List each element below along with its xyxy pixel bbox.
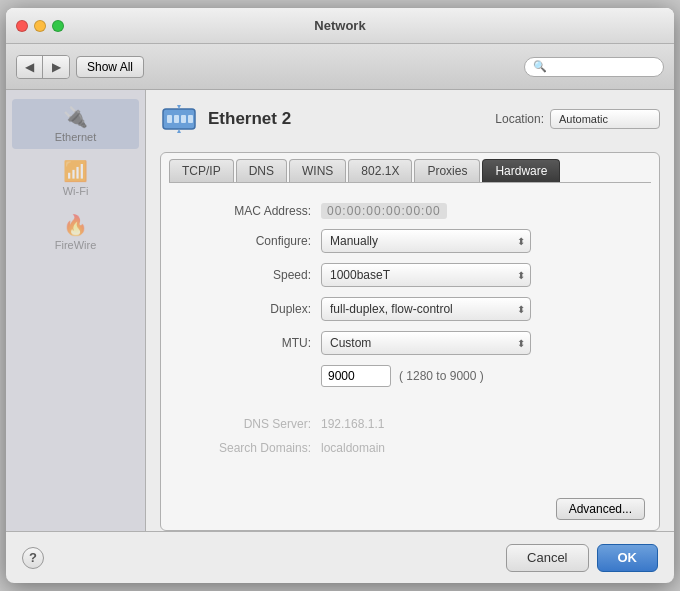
tab-8021x[interactable]: 802.1X (348, 159, 412, 182)
close-button[interactable] (16, 20, 28, 32)
location-select[interactable]: Automatic (550, 109, 660, 129)
search-domains-value: localdomain (321, 441, 385, 455)
mtu-input[interactable] (321, 365, 391, 387)
device-icon (160, 100, 198, 138)
speed-select[interactable]: 1000baseT 100baseTX 10baseT (321, 263, 531, 287)
forward-button[interactable]: ▶ (43, 56, 69, 78)
sidebar-item-label: FireWire (55, 239, 97, 251)
ok-button[interactable]: OK (597, 544, 659, 572)
location-row: Location: Automatic (495, 109, 660, 129)
ethernet-device-icon (161, 101, 197, 137)
traffic-lights (16, 20, 64, 32)
tab-wins[interactable]: WINS (289, 159, 346, 182)
duplex-label: Duplex: (191, 302, 321, 316)
greyed-section: DNS Server: 192.168.1.1 Search Domains: … (191, 417, 629, 465)
sidebar-item-label: Ethernet (55, 131, 97, 143)
speed-select-wrap: 1000baseT 100baseTX 10baseT ⬍ (321, 263, 531, 287)
tab-proxies[interactable]: Proxies (414, 159, 480, 182)
duplex-select[interactable]: full-duplex, flow-control full-duplex ha… (321, 297, 531, 321)
configure-select[interactable]: Manually Automatically (321, 229, 531, 253)
panel-body: MAC Address: 00:00:00:00:00:00 Configure… (161, 183, 659, 530)
show-all-button[interactable]: Show All (76, 56, 144, 78)
speed-label: Speed: (191, 268, 321, 282)
toolbar: ◀ ▶ Show All 🔍 (6, 44, 674, 90)
configure-row: Configure: Manually Automatically ⬍ (191, 229, 629, 253)
main-panel-area: Ethernet 2 Location: Automatic TCP/IP DN… (146, 90, 674, 531)
speed-row: Speed: 1000baseT 100baseTX 10baseT ⬍ (191, 263, 629, 287)
mtu-input-group: ( 1280 to 9000 ) (321, 365, 484, 387)
sidebar: 🔌 Ethernet 📶 Wi-Fi 🔥 FireWire (6, 90, 146, 531)
dns-server-value: 192.168.1.1 (321, 417, 384, 431)
search-icon: 🔍 (533, 60, 547, 73)
minimize-button[interactable] (34, 20, 46, 32)
tab-hardware[interactable]: Hardware (482, 159, 560, 182)
svg-rect-2 (174, 115, 179, 123)
mtu-label: MTU: (191, 336, 321, 350)
search-domains-label: Search Domains: (191, 441, 321, 455)
mtu-input-row: ( 1280 to 9000 ) (321, 365, 629, 387)
advanced-button[interactable]: Advanced... (556, 498, 645, 520)
search-domains-row: Search Domains: localdomain (191, 441, 629, 455)
svg-rect-4 (188, 115, 193, 123)
mtu-select-wrap: Custom Standard (1500) Jumbo (9000) ⬍ (321, 331, 531, 355)
mac-label: MAC Address: (191, 204, 321, 218)
search-box[interactable]: 🔍 (524, 57, 664, 77)
window: Network ◀ ▶ Show All 🔍 🔌 Ethernet 📶 Wi-F… (6, 8, 674, 583)
mtu-row: MTU: Custom Standard (1500) Jumbo (9000)… (191, 331, 629, 355)
configure-label: Configure: (191, 234, 321, 248)
back-button[interactable]: ◀ (17, 56, 43, 78)
window-title: Network (314, 18, 365, 33)
sidebar-item-label: Wi-Fi (63, 185, 89, 197)
main-area: 🔌 Ethernet 📶 Wi-Fi 🔥 FireWire (6, 90, 674, 531)
configure-select-wrap: Manually Automatically ⬍ (321, 229, 531, 253)
nav-button-group: ◀ ▶ (16, 55, 70, 79)
cancel-button[interactable]: Cancel (506, 544, 588, 572)
help-button[interactable]: ? (22, 547, 44, 569)
svg-rect-3 (181, 115, 186, 123)
ethernet-icon: 🔌 (63, 105, 88, 129)
mtu-hint: ( 1280 to 9000 ) (399, 369, 484, 383)
duplex-row: Duplex: full-duplex, flow-control full-d… (191, 297, 629, 321)
advanced-row: Advanced... (556, 498, 645, 520)
location-label: Location: (495, 112, 544, 126)
main-panel: TCP/IP DNS WINS 802.1X Proxies Hardware … (160, 152, 660, 531)
sidebar-item-ethernet[interactable]: 🔌 Ethernet (12, 99, 139, 149)
svg-rect-1 (167, 115, 172, 123)
device-header: Ethernet 2 Location: Automatic (146, 90, 674, 144)
bottombar: ? Cancel OK (6, 531, 674, 583)
dns-server-label: DNS Server: (191, 417, 321, 431)
mac-row: MAC Address: 00:00:00:00:00:00 (191, 203, 629, 219)
bottom-actions: Cancel OK (506, 544, 658, 572)
mtu-select[interactable]: Custom Standard (1500) Jumbo (9000) (321, 331, 531, 355)
titlebar: Network (6, 8, 674, 44)
firewire-icon: 🔥 (63, 213, 88, 237)
duplex-select-wrap: full-duplex, flow-control full-duplex ha… (321, 297, 531, 321)
wifi-icon: 📶 (63, 159, 88, 183)
sidebar-item-firewire[interactable]: 🔥 FireWire (12, 207, 139, 257)
tab-bar: TCP/IP DNS WINS 802.1X Proxies Hardware (161, 153, 659, 182)
tab-tcpip[interactable]: TCP/IP (169, 159, 234, 182)
maximize-button[interactable] (52, 20, 64, 32)
mac-value: 00:00:00:00:00:00 (321, 203, 447, 219)
sidebar-item-wifi[interactable]: 📶 Wi-Fi (12, 153, 139, 203)
device-name: Ethernet 2 (208, 109, 291, 129)
tab-dns[interactable]: DNS (236, 159, 287, 182)
dns-server-row: DNS Server: 192.168.1.1 (191, 417, 629, 431)
